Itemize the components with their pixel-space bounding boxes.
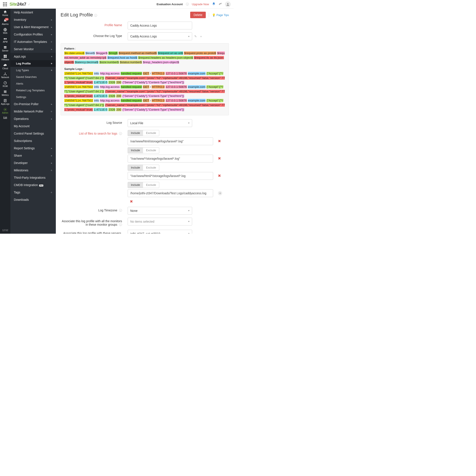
rail-item-alarms[interactable]: 28Alarms: [1, 17, 9, 26]
remove-file-icon[interactable]: ✖: [130, 200, 133, 204]
timezone-select[interactable]: None▾: [128, 207, 192, 215]
sidebar-item-user-alert-management[interactable]: User & Alert Management▸: [10, 23, 56, 31]
help-icon[interactable]: ⓘ: [94, 14, 97, 17]
rail-item-vmware[interactable]: VMware: [1, 53, 9, 62]
include-exclude-toggle[interactable]: IncludeExclude: [128, 147, 159, 153]
info-icon[interactable]: ⓘ: [118, 132, 122, 135]
notifications-icon[interactable]: [212, 2, 216, 6]
info-icon[interactable]: ⓘ: [118, 223, 122, 226]
sidebar-item-developer[interactable]: Developer▸: [10, 159, 56, 167]
svg-point-3: [5, 38, 7, 40]
rail-item-applogs[interactable]: AppLogs: [1, 97, 9, 106]
svg-point-2: [4, 38, 5, 40]
svg-rect-6: [4, 55, 5, 56]
exclude-tab: Exclude: [143, 182, 159, 188]
remove-file-icon[interactable]: ✖: [218, 156, 221, 161]
sidebar-item-it-automation-templates[interactable]: IT Automation Templates+: [10, 38, 56, 45]
include-tab: Include: [128, 182, 143, 188]
expand-icon[interactable]: ⤢: [28, 3, 30, 6]
rail-item-metrics[interactable]: Metrics: [1, 88, 9, 97]
sidebar-item-share[interactable]: Share▸: [10, 152, 56, 159]
file-path-input[interactable]: [128, 155, 213, 163]
sidebar-item-on-premise-poller[interactable]: On-Premise Poller▸: [10, 100, 56, 108]
upgrade-link[interactable]: Upgrade Now: [192, 3, 209, 6]
sidebar-item-mobile-network-poller[interactable]: Mobile Network Poller+: [10, 108, 56, 115]
sidebar-item-server-monitor[interactable]: Server Monitor▸: [10, 45, 56, 53]
info-icon[interactable]: ⓘ: [118, 209, 122, 212]
sidebar-item-alerts[interactable]: Alerts: [10, 80, 56, 87]
rail-item-network[interactable]: Network: [1, 71, 9, 80]
svg-rect-7: [5, 55, 7, 56]
include-exclude-toggle[interactable]: IncludeExclude: [128, 182, 159, 188]
label-log-type: Choose the Log Type: [61, 33, 128, 38]
sidebar-item-third-party-integrations[interactable]: Third-Party Integrations: [10, 174, 56, 181]
sidebar-item-configuration-profiles[interactable]: Configuration Profiles▸: [10, 31, 56, 38]
account-label: Evaluation Account: [157, 3, 183, 6]
sidebar-item-help-assistant[interactable]: Help Assistant: [10, 9, 56, 16]
rail-item-apm[interactable]: APM: [1, 35, 9, 44]
rail-item-home[interactable]: Home: [1, 9, 9, 17]
sidebar: Help AssistantInventory▸User & Alert Man…: [10, 9, 56, 234]
file-path-input[interactable]: [128, 172, 213, 180]
sidebar-item-cmdb-integration[interactable]: CMDB IntegrationPvt: [10, 181, 56, 189]
servers-select[interactable]: jothi-zt347, sat-pt3919▾: [128, 230, 192, 234]
svg-rect-8: [4, 56, 5, 58]
label-profile-name: Profile Name: [61, 22, 128, 27]
log-source-select[interactable]: Local File▾: [128, 119, 192, 127]
monitor-groups-select[interactable]: No items selected▾: [128, 218, 192, 225]
main-content: Edit Log Profileⓘ Delete 💡Page Tips Prof…: [56, 9, 234, 234]
sidebar-item-inventory[interactable]: Inventory▸: [10, 16, 56, 23]
exclude-tab: Exclude: [143, 148, 159, 153]
add-icon[interactable]: ＋: [200, 35, 203, 38]
rail-item-cloud[interactable]: Cloud: [1, 62, 9, 71]
topbar: Site24x7 ⤢ Evaluation Account ⓘ Upgrade …: [0, 0, 234, 9]
clock: 12:52: [2, 227, 8, 234]
settings-icon[interactable]: [219, 2, 222, 6]
rail-item-server[interactable]: Server: [1, 44, 9, 53]
file-path-input[interactable]: [128, 189, 213, 197]
sidebar-item-milestones[interactable]: Milestones+: [10, 167, 56, 174]
sidebar-item-settings[interactable]: Settings: [10, 94, 56, 100]
sidebar-item-downloads[interactable]: Downloads: [10, 196, 56, 203]
include-exclude-toggle[interactable]: IncludeExclude: [128, 130, 159, 136]
remove-file-icon[interactable]: ✖: [218, 139, 221, 143]
page-tips-link[interactable]: 💡Page Tips: [212, 13, 229, 17]
svg-point-10: [5, 72, 5, 73]
label-file-list: List of files to search for logs ⓘ: [61, 130, 128, 136]
rail-item-edit[interactable]: Edit: [1, 115, 9, 120]
sidebar-item-saved-searches[interactable]: Saved Searches: [10, 74, 56, 80]
include-tab: Include: [128, 148, 143, 153]
sidebar-item-report-settings[interactable]: Report Settings▸: [10, 145, 56, 152]
log-type-select[interactable]: Caddy Access Logs▾: [128, 33, 192, 40]
label-assoc-servers: Associate this log profile with these se…: [61, 230, 128, 234]
svg-point-18: [5, 109, 6, 110]
sidebar-item-related-log-templates[interactable]: Related Log Templates: [10, 87, 56, 94]
sidebar-item-operations[interactable]: Operations▸: [10, 115, 56, 122]
sidebar-item-tags[interactable]: Tags+: [10, 189, 56, 196]
svg-rect-5: [4, 48, 6, 49]
include-exclude-toggle[interactable]: IncludeExclude: [128, 165, 159, 171]
sidebar-item-subscriptions[interactable]: Subscriptions: [10, 137, 56, 145]
add-file-icon[interactable]: ＋: [218, 191, 222, 195]
sidebar-item-log-profile[interactable]: Log Profile+: [10, 60, 56, 67]
apps-grid-icon[interactable]: [3, 2, 7, 6]
rail-item-admin[interactable]: Admin: [1, 106, 9, 115]
sidebar-item-my-account[interactable]: My Account: [10, 122, 56, 130]
sidebar-item-log-types[interactable]: Log Types+: [10, 67, 56, 74]
edit-icon[interactable]: ✎: [194, 35, 197, 38]
info-icon[interactable]: ⓘ: [186, 2, 189, 6]
svg-rect-9: [5, 56, 7, 58]
rail-item-rum[interactable]: RUM: [1, 80, 9, 88]
page-title: Edit Log Profileⓘ: [61, 12, 97, 18]
avatar[interactable]: [225, 1, 231, 7]
file-path-input[interactable]: [128, 137, 213, 145]
remove-file-icon[interactable]: ✖: [218, 173, 221, 178]
label-timezone: Log Timezone ⓘ: [61, 207, 128, 212]
sidebar-item-applogs[interactable]: AppLogs▾: [10, 53, 56, 60]
pattern-preview: Pattern : $ts:date:unixu$ $level$ $logge…: [61, 43, 229, 115]
label-log-source: Log Source: [61, 119, 128, 124]
rail-item-web[interactable]: Web: [1, 26, 9, 35]
profile-name-input[interactable]: [128, 22, 192, 29]
delete-button[interactable]: Delete: [190, 12, 206, 18]
sidebar-item-control-panel-settings[interactable]: Control Panel Settings: [10, 130, 56, 137]
